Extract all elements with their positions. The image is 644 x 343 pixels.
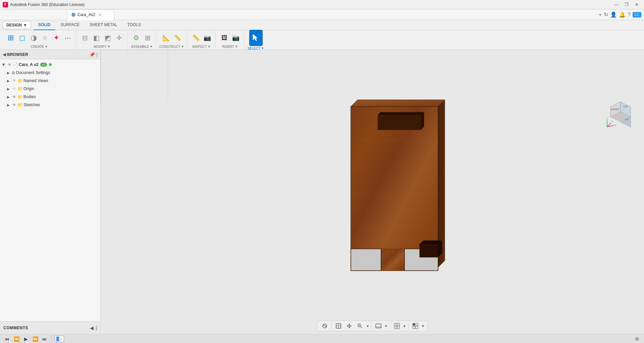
toolbar-fillet[interactable]: ✦: [51, 31, 62, 44]
tree-arrow-bodies[interactable]: ▶: [6, 95, 11, 99]
close-button[interactable]: ✕: [632, 1, 641, 8]
toolbar-section[interactable]: 📷: [202, 31, 213, 44]
toolbar-new-component[interactable]: ⊞: [5, 31, 16, 44]
browser-title: ◀ BROWSER: [3, 52, 28, 57]
eye-icon-origin[interactable]: 👁: [11, 87, 17, 91]
browser-collapse-icon[interactable]: ◀: [3, 52, 6, 57]
browser-item-root[interactable]: ▶ 👁 📄 Cara_A v2 v2: [0, 61, 100, 69]
tree-arrow-doc-settings[interactable]: ▶: [6, 71, 11, 75]
left-panel: ◀ BROWSER 📌 | ▶ 👁 📄 Cara_A v2 v2 ▶ ⚙: [0, 50, 101, 334]
comments-label: COMMENTS: [3, 326, 28, 330]
tree-arrow-sketches[interactable]: ▶: [6, 103, 11, 107]
pan-button[interactable]: [344, 322, 354, 330]
browser-resize-handle[interactable]: |: [96, 52, 98, 57]
grid-arrow[interactable]: ▼: [403, 324, 406, 328]
folder-icon-bodies: 📁: [17, 94, 23, 99]
timeline-settings[interactable]: ⚙: [633, 335, 641, 343]
eye-icon-sketches[interactable]: 👁: [11, 103, 17, 107]
zoom-arrow[interactable]: ▼: [366, 324, 369, 328]
viewcube[interactable]: X Z Y TOP FRONT RIGHT: [604, 100, 634, 130]
tab-close-icon[interactable]: ×: [99, 12, 101, 17]
comments-panel: COMMENTS ◀ |: [0, 321, 100, 334]
create-group-label[interactable]: CREATE ▼: [31, 45, 48, 49]
browser-item-sketches[interactable]: ▶ 👁 📁 Sketches: [0, 101, 100, 109]
snap-arrow[interactable]: ▼: [421, 324, 425, 328]
toolbar-select-button[interactable]: [249, 30, 263, 46]
svg-rect-63: [394, 323, 399, 329]
tree-arrow-root[interactable]: ▶: [2, 62, 6, 67]
toolbar-decal[interactable]: 🖼: [219, 31, 230, 44]
refresh-button[interactable]: ↻: [604, 11, 608, 18]
toolbar-as-built[interactable]: ⊞: [142, 31, 153, 44]
grid-button[interactable]: [392, 322, 401, 330]
tree-arrow-origin[interactable]: ▶: [6, 87, 11, 91]
toolbar-measure[interactable]: 📏: [191, 31, 201, 44]
svg-rect-27: [420, 244, 438, 257]
orbit-button[interactable]: [320, 322, 329, 330]
design-workspace-button[interactable]: DESIGN ▼: [3, 21, 31, 29]
toolbar-chamfer[interactable]: ◩: [102, 31, 113, 44]
timeline-prev[interactable]: ⏪: [13, 335, 20, 343]
browser-item-bodies[interactable]: ▶ 👁 📁 Bodies: [0, 93, 100, 101]
user-icon[interactable]: 👤: [610, 11, 617, 18]
tab-sheet-metal[interactable]: SHEET METAL: [85, 20, 122, 30]
browser-item-origin[interactable]: ▶ 👁 📁 Origin: [0, 85, 100, 93]
svg-marker-17: [378, 112, 424, 115]
tab-actions: + ↻ 👤 🔔 ? CC: [599, 11, 641, 18]
design-label: DESIGN: [6, 23, 22, 27]
toolbar-group-select: SELECT ▼: [245, 30, 267, 49]
construct-group-label[interactable]: CONSTRUCT ▼: [159, 45, 184, 49]
assemble-group-label[interactable]: ASSEMBLE ▼: [131, 45, 153, 49]
toolbar-axis[interactable]: 📏: [172, 31, 183, 44]
toolbar-plane[interactable]: 📐: [161, 31, 171, 44]
snap-button[interactable]: [411, 322, 420, 330]
toolbar-canvas[interactable]: 📷: [230, 31, 241, 44]
comments-resize-handle[interactable]: |: [96, 325, 97, 331]
display-arrow[interactable]: ▼: [384, 324, 388, 328]
toolbar-hole[interactable]: ○: [40, 31, 50, 44]
timeline-next[interactable]: ⏩: [32, 335, 39, 343]
look-at-button[interactable]: [334, 322, 343, 330]
comments-collapse-icon[interactable]: ◀: [90, 325, 94, 331]
tab-tools[interactable]: TOOLS: [123, 20, 146, 30]
toolbar-fillet-mod[interactable]: ◧: [91, 31, 102, 44]
browser-pin-icon[interactable]: 📌: [89, 52, 95, 57]
add-tab-button[interactable]: +: [599, 12, 602, 18]
toolbar-joint[interactable]: ⚙: [131, 31, 142, 44]
board-svg: [341, 96, 458, 287]
insert-group-label[interactable]: INSERT ▼: [222, 45, 238, 49]
timeline-play[interactable]: ▶: [22, 335, 30, 343]
title-bar-left: F Autodesk Fusion 360 (Education License…: [3, 2, 85, 7]
browser-item-doc-settings[interactable]: ▶ ⚙ Document Settings: [0, 69, 100, 77]
tab-solid[interactable]: SOLID: [34, 20, 55, 30]
timeline-step-btn[interactable]: ▷: [55, 336, 64, 342]
app-icon: F: [3, 2, 8, 7]
inspect-group-label[interactable]: INSPECT ▼: [193, 45, 211, 49]
viewport[interactable]: X Z Y TOP FRONT RIGHT: [101, 50, 644, 334]
toolbar-group-assemble: ⚙ ⊞ ASSEMBLE ▼: [128, 30, 156, 49]
notification-icon[interactable]: 🔔: [619, 11, 626, 18]
toolbar-move[interactable]: ✛: [114, 31, 124, 44]
help-icon[interactable]: ?: [628, 12, 631, 18]
browser-item-named-views[interactable]: ▶ 👁 📁 Named Views: [0, 77, 100, 85]
document-tab[interactable]: Cara_Av2 ×: [67, 9, 114, 20]
modify-group-label[interactable]: MODIFY ▼: [94, 45, 110, 49]
minimize-button[interactable]: —: [612, 1, 621, 8]
cloud-cc-icon[interactable]: CC: [633, 12, 641, 17]
toolbar-press-pull[interactable]: ⊟: [79, 31, 90, 44]
display-mode-button[interactable]: [374, 322, 383, 330]
zoom-button[interactable]: [355, 322, 365, 330]
timeline-rewind-end[interactable]: ⏭: [41, 335, 48, 343]
timeline-rewind-start[interactable]: ⏮: [3, 335, 11, 343]
tab-surface[interactable]: SURFACE: [56, 20, 85, 30]
select-group-label[interactable]: SELECT ▼: [248, 47, 264, 50]
toolbar-more-create[interactable]: ⋯: [62, 31, 73, 44]
restore-button[interactable]: ❐: [622, 1, 631, 8]
eye-icon-named-views[interactable]: 👁: [11, 79, 17, 83]
eye-icon-bodies[interactable]: 👁: [11, 95, 17, 99]
toolbar-extrude[interactable]: ◻: [17, 31, 28, 44]
toolbar-revolve[interactable]: ◑: [28, 31, 39, 44]
tree-arrow-named-views[interactable]: ▶: [6, 79, 11, 83]
svg-line-58: [361, 327, 362, 328]
eye-icon-root[interactable]: 👁: [7, 63, 12, 67]
